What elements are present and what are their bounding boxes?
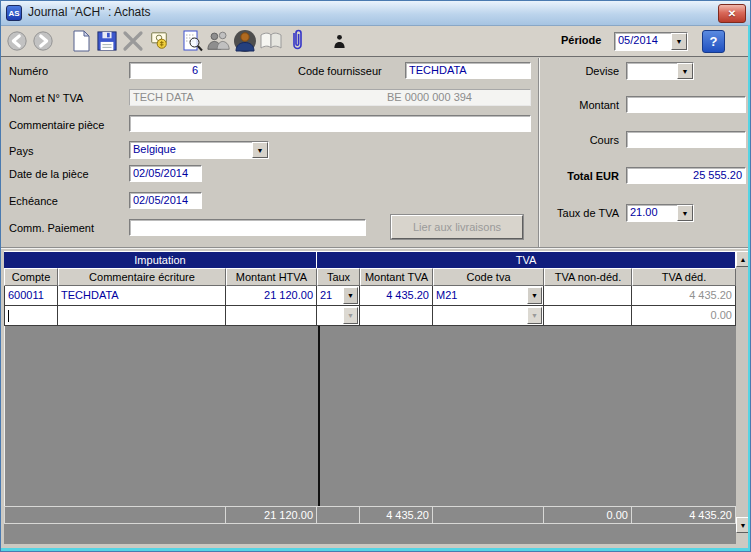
payment-icon[interactable] xyxy=(147,29,171,53)
cell-taux[interactable]: ▼ xyxy=(317,306,360,326)
total-taux-cell xyxy=(317,506,360,524)
cell-tva-ded[interactable]: 0.00 xyxy=(632,306,736,326)
vat-number: BE 0000 000 394 xyxy=(387,91,472,104)
date-piece-field[interactable]: 02/05/2014 xyxy=(129,165,202,182)
new-document-icon[interactable] xyxy=(69,29,93,53)
echeance-label: Echéance xyxy=(9,195,58,207)
col-tva-non-ded: TVA non-déd. xyxy=(544,268,632,286)
contact-icon[interactable] xyxy=(327,29,351,53)
taux-value: 21 xyxy=(320,286,342,305)
group-header-row: Imputation TVA xyxy=(4,251,736,268)
attachment-icon[interactable] xyxy=(285,29,309,53)
delete-icon[interactable] xyxy=(121,29,145,53)
group-header-imputation: Imputation xyxy=(4,251,317,269)
devise-label: Devise xyxy=(541,65,619,77)
numero-label: Numéro xyxy=(9,65,48,77)
cell-montant-htva[interactable] xyxy=(226,306,317,326)
entries-table: Imputation TVA Compte Commentaire écritu… xyxy=(4,251,750,544)
code-fournisseur-label: Code fournisseur xyxy=(298,65,382,77)
table-empty-area xyxy=(4,326,736,506)
col-montant-htva: Montant HTVA xyxy=(226,268,317,286)
comm-paiement-label: Comm. Paiement xyxy=(9,222,94,234)
total-eur-field[interactable]: 25 555.20 xyxy=(626,167,746,184)
search-document-icon[interactable] xyxy=(181,29,205,53)
user-icon[interactable] xyxy=(233,29,257,53)
cell-commentaire[interactable]: TECHDATA xyxy=(58,286,226,306)
code-fournisseur-field[interactable]: TECHDATA xyxy=(405,62,531,79)
text-cursor xyxy=(8,310,9,322)
col-code-tva: Code tva xyxy=(433,268,544,286)
col-taux: Taux xyxy=(317,268,360,286)
chevron-down-icon[interactable]: ▼ xyxy=(343,307,358,324)
app-logo-icon: AS xyxy=(6,5,22,21)
cell-commentaire[interactable] xyxy=(58,306,226,326)
title-bar[interactable]: AS Journal "ACH" : Achats ✕ xyxy=(1,1,750,26)
col-commentaire: Commentaire écriture xyxy=(58,268,226,286)
cell-code-tva[interactable]: M21 ▼ xyxy=(433,286,544,306)
window-border-bottom xyxy=(1,548,750,551)
col-tva-ded: TVA déd. xyxy=(632,268,736,286)
pays-label: Pays xyxy=(9,145,33,157)
book-icon[interactable] xyxy=(259,29,283,53)
montant-label: Montant xyxy=(541,99,619,111)
period-label: Période xyxy=(561,34,601,46)
cell-tva-non-ded[interactable] xyxy=(544,306,632,326)
lier-livraisons-button[interactable]: Lier aux livraisons xyxy=(391,215,523,239)
chevron-down-icon[interactable]: ▼ xyxy=(677,205,693,221)
col-montant-tva: Montant TVA xyxy=(360,268,433,286)
period-value: 05/2014 xyxy=(615,33,671,50)
cell-tva-non-ded[interactable] xyxy=(544,286,632,306)
chevron-down-icon[interactable]: ▼ xyxy=(527,287,542,304)
cell-code-tva[interactable]: ▼ xyxy=(433,306,544,326)
chevron-down-icon[interactable]: ▼ xyxy=(677,63,693,79)
chevron-down-icon[interactable]: ▼ xyxy=(671,33,687,50)
montant-field[interactable] xyxy=(626,96,746,113)
code-tva-value: M21 xyxy=(436,286,526,305)
cell-compte[interactable]: 600011 xyxy=(4,286,58,306)
taux-tva-select[interactable]: 21.00 ▼ xyxy=(626,204,694,222)
close-icon[interactable]: ✕ xyxy=(718,4,746,23)
totals-row: 21 120.00 4 435.20 0.00 4 435.20 xyxy=(4,506,736,524)
commentaire-piece-field[interactable] xyxy=(129,115,531,132)
app-window: AS Journal "ACH" : Achats ✕ xyxy=(0,0,751,552)
comm-paiement-field[interactable] xyxy=(129,219,366,236)
cell-montant-tva[interactable]: 4 435.20 xyxy=(360,286,433,306)
period-select[interactable]: 05/2014 ▼ xyxy=(614,32,688,51)
total-montant-tva: 4 435.20 xyxy=(360,506,433,524)
forward-icon[interactable] xyxy=(31,29,55,53)
cours-field[interactable] xyxy=(626,131,746,148)
table-footer-area xyxy=(4,524,736,544)
nom-tva-label: Nom et N° TVA xyxy=(9,92,83,104)
total-tva-non-ded: 0.00 xyxy=(544,506,632,524)
table-row: ▼ ▼ 0.00 xyxy=(4,306,736,326)
pays-select[interactable]: Belgique ▼ xyxy=(129,141,269,159)
window-border-right xyxy=(748,25,750,551)
chevron-down-icon[interactable]: ▼ xyxy=(252,142,268,158)
devise-select[interactable]: ▼ xyxy=(626,62,694,80)
cell-taux[interactable]: 21 ▼ xyxy=(317,286,360,306)
table-row: 600011 TECHDATA 21 120.00 21 ▼ 4 435.20 … xyxy=(4,286,736,306)
col-compte: Compte xyxy=(4,268,58,286)
users-icon[interactable] xyxy=(207,29,231,53)
help-button[interactable]: ? xyxy=(702,30,725,53)
cell-compte[interactable] xyxy=(4,306,58,326)
nom-tva-field: TECH DATA BE 0000 000 394 xyxy=(129,89,531,106)
back-icon[interactable] xyxy=(5,29,29,53)
taux-value xyxy=(320,306,342,325)
form-separator xyxy=(538,58,540,248)
chevron-down-icon[interactable]: ▼ xyxy=(527,307,542,324)
echeance-field[interactable]: 02/05/2014 xyxy=(129,192,202,209)
cell-montant-htva[interactable]: 21 120.00 xyxy=(226,286,317,306)
total-montant-htva: 21 120.00 xyxy=(226,506,317,524)
cell-tva-ded[interactable]: 4 435.20 xyxy=(632,286,736,306)
group-divider-line xyxy=(318,326,320,506)
save-icon[interactable] xyxy=(95,29,119,53)
code-tva-value xyxy=(436,306,526,325)
chevron-down-icon[interactable]: ▼ xyxy=(343,287,358,304)
commentaire-piece-label: Commentaire pièce xyxy=(9,119,104,131)
date-piece-label: Date de la pièce xyxy=(9,168,89,180)
cell-montant-tva[interactable] xyxy=(360,306,433,326)
cours-label: Cours xyxy=(541,134,619,146)
numero-field[interactable]: 6 xyxy=(129,62,202,79)
total-code-tva-cell xyxy=(433,506,544,524)
